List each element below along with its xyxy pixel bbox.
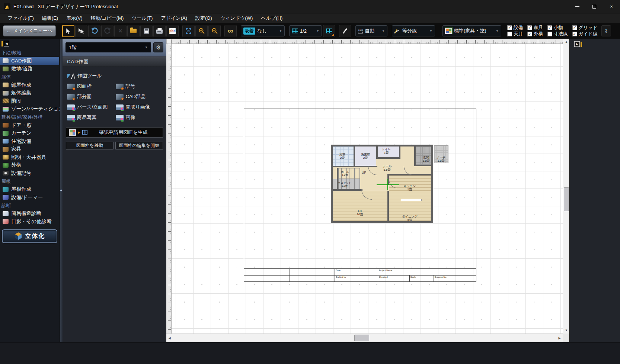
sidebar-item-site-road[interactable]: 敷地/道路 bbox=[0, 65, 59, 73]
save-button[interactable] bbox=[140, 25, 153, 37]
sidebar-collapse-button[interactable]: ◀ bbox=[0, 40, 59, 49]
checkbox-furniture[interactable]: 家具 bbox=[527, 25, 543, 30]
kitchen-counter[interactable] bbox=[401, 199, 422, 201]
wall bbox=[399, 146, 400, 159]
checkbox-grid[interactable]: グリッド bbox=[572, 25, 598, 30]
sidebar-item-room-create[interactable]: 部屋作成 bbox=[0, 81, 59, 89]
drawing-workspace[interactable]: Date Drafted by Project Name Checked Sca… bbox=[172, 44, 563, 334]
close-icon: × bbox=[610, 4, 613, 9]
horizontal-scrollbar[interactable]: ◀ ▶ bbox=[166, 334, 563, 342]
dropdown-arrow-icon: ▼ bbox=[316, 29, 319, 33]
floor-select-dropdown[interactable]: 1階 ▼ bbox=[65, 42, 151, 52]
sidebar-item-structure-diagnosis[interactable]: 簡易構造診断 bbox=[0, 210, 59, 218]
generate-approval-drawing-button[interactable]: ▶ 確認申請用図面を生成 bbox=[66, 127, 163, 138]
tool-drawing-tools[interactable]: 作図ツール bbox=[67, 73, 116, 79]
menu-help[interactable]: ヘルプ(H) bbox=[257, 13, 287, 23]
move-frame-button[interactable]: 図面枠を移動 bbox=[66, 142, 114, 149]
sidebar-item-stairs[interactable]: 階段 bbox=[0, 97, 59, 105]
sidebar-item-housing-equipment[interactable]: 住宅設備 bbox=[0, 137, 59, 145]
scroll-down-button[interactable]: ▼ bbox=[563, 327, 570, 334]
menu-settings[interactable]: 設定(O) bbox=[191, 13, 216, 23]
maximize-button[interactable] bbox=[586, 0, 603, 13]
scroll-up-button[interactable]: ▲ bbox=[563, 39, 570, 45]
room-living-dining[interactable] bbox=[333, 191, 387, 221]
print-button[interactable] bbox=[153, 25, 166, 37]
sidebar-item-exterior[interactable]: 外構 bbox=[0, 161, 59, 170]
grid-scale-dropdown[interactable]: 1/2 ▼ bbox=[289, 25, 322, 36]
sidebar-item-label: 外構 bbox=[11, 162, 21, 168]
close-button[interactable]: × bbox=[603, 0, 620, 13]
pbd-export-button[interactable]: pbd bbox=[166, 25, 179, 37]
sidebar-item-label: ゾーン/パーティション bbox=[11, 106, 64, 112]
zoom-in-button[interactable] bbox=[195, 25, 208, 37]
continuous-input-button[interactable]: ∞ bbox=[224, 25, 237, 37]
redo-button[interactable] bbox=[101, 25, 114, 37]
sidebar-item-shadow-diagnosis[interactable]: 日影・その他診断 bbox=[0, 218, 59, 226]
undo-button[interactable] bbox=[88, 25, 100, 37]
fit-view-button[interactable] bbox=[182, 25, 195, 37]
floor-plan[interactable]: 浴室2畳 洗面室2畳 トイレ1畳 玄関1.8畳 ポーチ1.8畳 ホール5.6畳 … bbox=[331, 145, 448, 223]
sidebar-item-door-window[interactable]: ドア・窓 bbox=[0, 121, 59, 129]
checkbox-guide-lines[interactable]: ガイド線 bbox=[572, 31, 598, 37]
menu-window[interactable]: ウィンドウ(W) bbox=[216, 13, 257, 23]
menu-file[interactable]: ファイル(F) bbox=[4, 13, 38, 23]
snap-mode-dropdown[interactable]: 吸着 なし ▼ bbox=[241, 25, 285, 36]
sidebar-item-cad-drawing[interactable]: CAD作図 bbox=[0, 57, 59, 65]
tool-partial-drawing[interactable]: ★部分図 bbox=[67, 93, 116, 100]
pen-style-button[interactable] bbox=[339, 25, 351, 37]
sidebar-item-equipment-symbol[interactable]: 設備記号 bbox=[0, 169, 59, 177]
floor-settings-button[interactable]: ⚙ bbox=[153, 42, 163, 52]
panel-splitter[interactable]: ◀ bbox=[60, 39, 63, 342]
menu-edit[interactable]: 編集(E) bbox=[38, 13, 62, 23]
tool-drawing-frame[interactable]: ★図面枠 bbox=[67, 83, 116, 90]
sidebar-item-curtain[interactable]: カーテン bbox=[0, 129, 59, 138]
sidebar-item-structure-edit[interactable]: 躯体編集 bbox=[0, 89, 59, 97]
checkbox-exterior[interactable]: 外構 bbox=[527, 31, 543, 37]
sidebar-item-zone-partition[interactable]: ゾーン/パーティション bbox=[0, 105, 59, 113]
tool-symbol[interactable]: ★記号 bbox=[116, 83, 164, 90]
display-style-dropdown[interactable]: 標準(家具・塗) ▼ bbox=[442, 25, 501, 36]
tool-perspective-elevation[interactable]: パース/立面図 bbox=[67, 104, 116, 110]
application-window: E01.mwd - 3D アーキデザイナー11 Professional × フ… bbox=[0, 0, 620, 364]
tool-product-photo[interactable]: 商品写真 bbox=[67, 114, 116, 121]
checkbox-equipment[interactable]: 設備 bbox=[507, 25, 523, 30]
edit-frame-button[interactable]: 図面枠の編集を開始 bbox=[115, 142, 163, 149]
menu-view[interactable]: 表示(V) bbox=[62, 13, 86, 23]
toolbar-expand-button[interactable]: ∨ ∨ bbox=[601, 25, 611, 36]
sidebar-item-furniture[interactable]: 家具 bbox=[0, 145, 59, 154]
dim-badge: 123 bbox=[358, 29, 363, 32]
menu-addin[interactable]: アドイン(A) bbox=[157, 13, 191, 23]
minimize-button[interactable] bbox=[569, 0, 586, 13]
tool-floorplan-image[interactable]: 間取り画像 bbox=[116, 104, 164, 110]
drawing-frame-icon: ★ bbox=[67, 84, 75, 89]
dimension-mode-dropdown[interactable]: 123 自動 ▼ bbox=[355, 25, 387, 36]
scroll-right-button[interactable]: ▶ bbox=[556, 334, 563, 342]
grid-settings-button[interactable] bbox=[323, 25, 335, 37]
tool-image[interactable]: 画像 bbox=[116, 114, 164, 121]
sidebar-item-lighting[interactable]: 照明・天井器具 bbox=[0, 153, 59, 161]
scroll-left-button[interactable]: ◀ bbox=[166, 334, 173, 342]
equal-divide-dropdown[interactable]: 等分線 ▼ bbox=[392, 25, 435, 36]
main-menu-button[interactable]: ← メインメニューへ bbox=[3, 25, 56, 36]
checkbox-dimension-lines[interactable]: 寸法線 bbox=[547, 31, 568, 37]
select-tool-button[interactable] bbox=[62, 25, 74, 37]
convert-to-3d-button[interactable]: 立体化 bbox=[2, 229, 57, 243]
vertical-scrollbar[interactable]: ▲ ▼ bbox=[563, 39, 569, 334]
sidebar-item-roof-create[interactable]: 屋根作成 bbox=[0, 186, 59, 194]
zoom-out-button[interactable] bbox=[208, 25, 221, 37]
checkbox-ceiling[interactable]: 天井 bbox=[507, 31, 523, 37]
tool-cad-parts[interactable]: ★CAD部品 bbox=[116, 93, 164, 100]
multi-select-tool-button[interactable] bbox=[75, 25, 87, 37]
checkbox-accessories[interactable]: 小物 bbox=[547, 25, 568, 30]
symbol-icon: ★ bbox=[116, 84, 124, 89]
room-label-toilet: トイレ1畳 bbox=[382, 148, 391, 154]
vertical-scroll-thumb[interactable] bbox=[564, 187, 569, 211]
horizontal-scroll-thumb[interactable] bbox=[354, 335, 369, 341]
room-name: キッチン bbox=[404, 184, 416, 188]
menu-tools[interactable]: ツール(T) bbox=[128, 13, 157, 23]
sidebar-item-roof-equipment-dormer[interactable]: 設備/ドーマー bbox=[0, 193, 59, 202]
open-file-button[interactable] bbox=[127, 25, 140, 37]
menu-move-copy[interactable]: 移動/コピー(M) bbox=[87, 13, 128, 23]
right-panel-expand-button[interactable]: ▶ bbox=[573, 41, 620, 49]
delete-button[interactable]: × bbox=[114, 25, 127, 37]
